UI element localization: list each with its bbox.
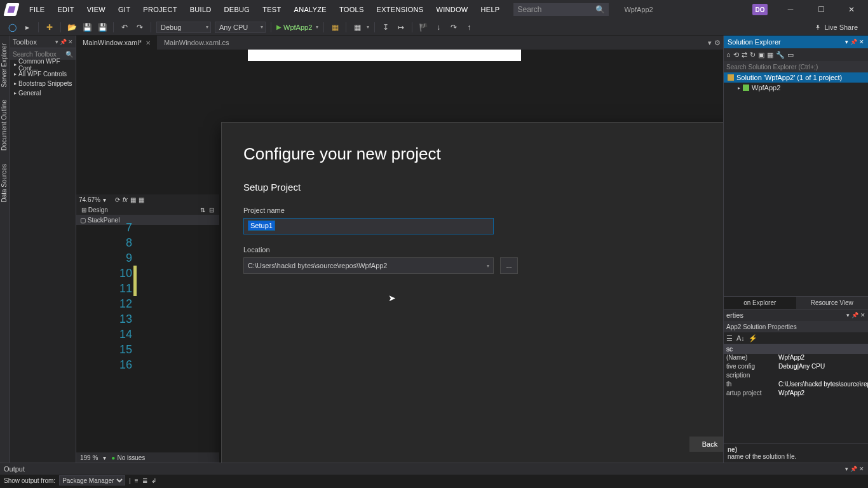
rail-document-outline[interactable]: Document Outline (0, 96, 10, 154)
save-all-icon[interactable]: 💾 (97, 22, 108, 33)
toolbox-pin-icon[interactable]: 📌 (60, 39, 67, 45)
se-preview-icon[interactable]: ▭ (787, 51, 794, 59)
save-icon[interactable]: 💾 (81, 22, 93, 33)
zoom-dd-icon[interactable]: ▾ (103, 454, 106, 461)
prop-row-name[interactable]: (Name)WpfApp2 (724, 354, 868, 363)
window-close[interactable]: ✕ (837, 0, 865, 19)
properties-object-selector[interactable]: App2 Solution Properties (724, 321, 868, 332)
prop-row-startup[interactable]: artup projectWpfApp2 (724, 390, 868, 398)
start-debug-button[interactable]: WpfApp2 (276, 24, 312, 31)
se-back-icon[interactable]: ⟲ (733, 51, 739, 59)
redo-icon[interactable]: ↷ (134, 22, 146, 33)
menu-extensions[interactable]: EXTENSIONS (370, 0, 430, 19)
location-input[interactable]: C:\Users\hackd bytes\source\repos\WpfApp… (243, 257, 494, 274)
menu-view[interactable]: VIEW (81, 0, 112, 19)
tab-preview-icon[interactable]: ▾ (708, 39, 712, 47)
menu-debug[interactable]: DEBUG (218, 0, 257, 19)
tab-gear-icon[interactable]: ⚙ (714, 39, 721, 47)
se-dropdown-icon[interactable]: ▾ (845, 39, 848, 45)
window-minimize[interactable]: ─ (776, 0, 804, 19)
se-home-icon[interactable]: ⌂ (726, 51, 731, 58)
props-close-icon[interactable]: ✕ (860, 312, 865, 318)
solution-root-node[interactable]: Solution 'WpfApp2' (1 of 1 project) (724, 72, 868, 83)
user-badge[interactable]: DO (752, 4, 768, 15)
se-close-icon[interactable]: ✕ (859, 39, 864, 45)
output-close-icon[interactable]: ✕ (859, 466, 864, 472)
se-search-input[interactable]: Search Solution Explorer (Ctrl+;) (724, 61, 868, 72)
open-icon[interactable]: 📂 (66, 22, 78, 33)
output-pin-icon[interactable]: 📌 (850, 466, 857, 472)
new-item-icon[interactable]: ✚ (44, 22, 55, 33)
zoom-level[interactable]: 74.67% (79, 196, 100, 203)
effects-icon[interactable]: fx (123, 196, 128, 203)
zoom-dropdown-icon[interactable]: ▾ (103, 196, 106, 203)
toolbox-item-general[interactable]: General (10, 88, 76, 98)
back-button[interactable]: Back (689, 437, 723, 452)
design-canvas[interactable] (248, 50, 521, 61)
toolbox-item-common-wpf[interactable]: Common WPF Cont… (10, 60, 76, 69)
output-clear-icon[interactable]: ≡ (135, 477, 139, 484)
se-sync-icon[interactable]: ⇄ (742, 51, 747, 59)
step-out-icon[interactable]: ↑ (463, 22, 475, 33)
se-refresh-icon[interactable]: ↻ (750, 51, 756, 59)
prop-row-desc[interactable]: scription (724, 372, 868, 381)
window-maximize[interactable]: ☐ (807, 0, 835, 19)
swap-panes-icon[interactable]: ⇅ (200, 207, 205, 214)
menu-file[interactable]: FILE (23, 0, 51, 19)
menu-analyze[interactable]: ANALYZE (288, 0, 333, 19)
menu-test[interactable]: TEST (256, 0, 287, 19)
toolbar-icon-b[interactable]: ▦ (351, 22, 363, 33)
live-share-button[interactable]: 🖈 Live Share (815, 24, 858, 31)
grid-icon[interactable]: ▦ (130, 196, 136, 203)
categorized-icon[interactable]: ☰ (726, 334, 733, 342)
tab-close-icon[interactable]: ✕ (146, 39, 151, 46)
toolbox-close-icon[interactable]: ✕ (68, 39, 73, 45)
output-source-dropdown[interactable]: Package Manager (59, 475, 125, 485)
zoom-fit-icon[interactable]: ⟳ (115, 196, 120, 203)
properties-category[interactable]: sc (724, 344, 868, 354)
menu-tools[interactable]: TOOLS (333, 0, 370, 19)
toolbox-dropdown-icon[interactable]: ▾ (55, 39, 58, 45)
props-pin-icon[interactable]: 📌 (851, 312, 858, 318)
events-icon[interactable]: ⚡ (749, 334, 757, 342)
toolbar-icon-a[interactable]: ▦ (329, 22, 341, 33)
step-icon-1[interactable]: ↧ (380, 22, 391, 33)
alphabetical-icon[interactable]: A↓ (736, 334, 745, 342)
rail-data-sources[interactable]: Data Sources (0, 160, 10, 207)
prop-row-config[interactable]: tive configDebug|Any CPU (724, 363, 868, 372)
menu-help[interactable]: HELP (475, 0, 506, 19)
output-wrap-icon[interactable]: ≣ (142, 477, 147, 484)
global-search-input[interactable]: Search 🔍 (513, 3, 609, 16)
code-zoom[interactable]: 199 % (80, 454, 98, 461)
tab-mainwindow-xaml[interactable]: MainWindow.xaml* ✕ (76, 36, 157, 50)
issues-indicator[interactable]: No issues (111, 454, 145, 461)
step-over-icon[interactable]: ↷ (448, 22, 459, 33)
project-name-input[interactable]: Setup1 (243, 218, 494, 234)
menu-edit[interactable]: EDIT (51, 0, 80, 19)
design-mode-button[interactable]: ⊞ Design (81, 207, 108, 214)
project-node[interactable]: WpfApp2 (724, 83, 868, 93)
menu-window[interactable]: WINDOW (430, 0, 474, 19)
menu-build[interactable]: BUILD (184, 0, 218, 19)
se-collapse-icon[interactable]: ▣ (758, 51, 764, 59)
tab-resource-view[interactable]: Resource View (796, 297, 869, 309)
menu-git[interactable]: GIT (112, 0, 137, 19)
toolbox-item-all-wpf[interactable]: All WPF Controls (10, 69, 76, 79)
step-icon-2[interactable]: ↦ (395, 22, 407, 33)
props-dropdown-icon[interactable]: ▾ (846, 312, 850, 318)
toolbox-item-bootstrap[interactable]: Bootstrap Snippets (10, 79, 76, 88)
flag-icon[interactable]: 🏴 (417, 22, 429, 33)
nav-back-icon[interactable]: ◯ (6, 22, 18, 33)
se-properties-icon[interactable]: 🔧 (776, 51, 785, 59)
browse-button[interactable]: ... (500, 257, 518, 274)
se-pin-icon[interactable]: 📌 (850, 39, 857, 45)
se-showall-icon[interactable]: ▦ (767, 51, 773, 59)
undo-icon[interactable]: ↶ (119, 22, 130, 33)
prop-row-path[interactable]: thC:\Users\hackd bytes\source\repo (724, 381, 868, 390)
step-into-icon[interactable]: ↓ (433, 22, 444, 33)
output-dropdown-icon[interactable]: ▾ (845, 466, 848, 472)
snap-icon[interactable]: ▦ (139, 196, 144, 203)
config-dropdown[interactable]: Debug (156, 22, 211, 33)
output-toggle-icon[interactable]: ↲ (151, 477, 156, 484)
menu-project[interactable]: PROJECT (137, 0, 183, 19)
